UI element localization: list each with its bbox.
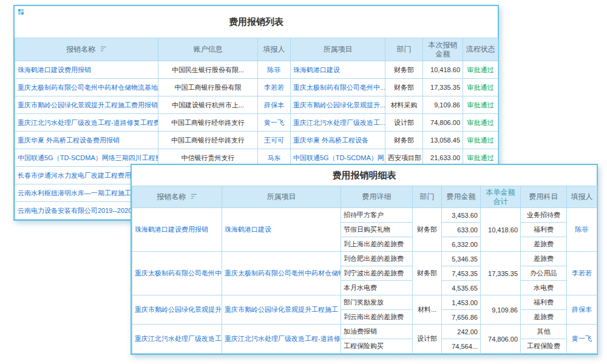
filler-link[interactable]: 黄一飞: [572, 335, 592, 342]
total-cell: 17,335.35: [481, 252, 521, 295]
col-header-project: 所属项目: [222, 186, 341, 208]
amount-cell: 1,453.00: [442, 295, 481, 310]
amount-cell: 4,535.65: [442, 281, 481, 295]
project-link[interactable]: 珠海鹤港口建设: [225, 226, 271, 233]
amount-cell: 74,564...: [442, 339, 481, 354]
amount-cell: 242.00: [442, 325, 481, 339]
expense-detail-table: 报销名称 所属项目 费用详细 部门 费用金额 本单金额合计 费用科目 填报人 珠…: [132, 186, 597, 354]
amount-cell: 13,058.45: [423, 132, 463, 149]
col-header-amount: 费用金额: [442, 186, 481, 208]
amount-cell: 10,418.60: [423, 61, 463, 79]
project-link[interactable]: 重庆华夏 外高桥工程设备: [293, 136, 368, 144]
sort-icon[interactable]: [100, 46, 107, 52]
report-name-link[interactable]: 重庆太极制药有限公司亳州中药材...: [135, 269, 222, 277]
table-row: 重庆太极制药有限公司亳州中药材仓储物流基地项... 中国工商银行股份有限 李若若…: [15, 79, 498, 96]
status-link[interactable]: 审批通过: [467, 154, 494, 161]
table-row: 重庆江北污水处理厂级改造工程-... 重庆江北污水处理厂级改造工程-道路修复工.…: [132, 325, 597, 339]
project-link[interactable]: 重庆市鹅岭公园绿化景观提升...: [293, 101, 385, 109]
amount-cell: 17,335.35: [423, 79, 463, 96]
report-name-link[interactable]: 重庆市鹅岭公园绿化景观提升工程...: [135, 306, 222, 313]
dept-cell: 财务部: [385, 79, 423, 96]
table-row: 重庆市鹅岭公园绿化景观提升工程施工费用报销 中国建设银行杭州市上... 薛保丰 …: [15, 96, 498, 114]
expense-detail-cell: 本月水电费: [341, 281, 413, 295]
project-link[interactable]: 重庆太极制药有限公司亳州中药材仓储物流...: [225, 269, 341, 277]
project-link[interactable]: 中国联通5G（TD-SCDMA）网...: [293, 154, 385, 161]
table-row: 重庆太极制药有限公司亳州中药材... 重庆太极制药有限公司亳州中药材仓储物流..…: [132, 252, 597, 266]
category-cell: 福利费: [521, 295, 567, 310]
table-row: 重庆江北污水处理厂级改造工程-道路修复工程费用... 中国工商银行经华路支行 黄…: [15, 114, 498, 132]
filler-link[interactable]: 李若若: [264, 84, 284, 91]
status-link[interactable]: 审批通过: [467, 101, 494, 109]
report-name-link[interactable]: 重庆华夏 外高桥工程设备费用报销: [18, 136, 120, 144]
col-header-filler: 填报人: [567, 186, 597, 208]
dept-cell: 材料...: [413, 295, 442, 325]
status-link[interactable]: 审批通过: [467, 84, 494, 91]
col-header-dept: 部门: [413, 186, 442, 208]
filler-link[interactable]: 薛保丰: [572, 306, 592, 313]
report-name-link[interactable]: 重庆江北污水处理厂级改造工程-道路修复工程费用...: [18, 119, 158, 126]
amount-cell: 74,806.00: [423, 114, 463, 132]
expense-detail-cell: 部门奖励发放: [341, 295, 413, 310]
report-name-link[interactable]: 中国联通5G（TD-SCDMA）网络三期四川工程费...: [18, 154, 158, 161]
sort-icon[interactable]: [191, 193, 197, 200]
filler-link[interactable]: 王可可: [264, 136, 284, 144]
dept-cell: 设计部: [413, 325, 442, 354]
report-name-link[interactable]: 云南水利枢纽潜明水库—一期工程施工标: [18, 189, 138, 197]
filler-link[interactable]: 陈菲: [268, 66, 281, 73]
expense-detail-cell: 到宁波出差的差旅费: [341, 266, 413, 281]
detail-header-row: 报销名称 所属项目 费用详细 部门 费用金额 本单金额合计 费用科目 填报人: [132, 186, 597, 208]
report-name-link[interactable]: 珠海鹤港口建设费用报销: [135, 226, 208, 233]
col-header-filler: 填报人: [258, 38, 291, 61]
list-window-title: 费用报销列表: [15, 6, 498, 38]
dept-cell: 财务部: [385, 61, 423, 79]
filler-link[interactable]: 薛保丰: [264, 101, 284, 109]
filler-link[interactable]: 陈菲: [575, 226, 589, 233]
expense-detail-window: 费用报销明细表 报销名称 所属项目 费用详细 部门 费用金额 本单金额合计 费用…: [131, 164, 598, 355]
table-row: 重庆华夏 外高桥工程设备费用报销 中国工商银行经华路支行 王可可 重庆华夏 外高…: [15, 132, 498, 149]
filler-link[interactable]: 马东: [268, 154, 281, 161]
col-header-report-name-label: 报销名称: [66, 45, 95, 53]
project-link[interactable]: 重庆太极制药有限公司亳州中...: [293, 84, 385, 91]
amount-cell: 5,346.35: [442, 252, 481, 266]
col-header-status: 流程状态: [463, 38, 498, 61]
category-cell: 其他: [521, 325, 567, 339]
col-header-category: 费用科目: [521, 186, 567, 208]
category-cell: 业务招待费: [521, 208, 567, 223]
dept-cell: 财务部: [413, 252, 442, 295]
total-cell: 10,418.60: [481, 208, 521, 252]
report-name-link[interactable]: 云南电力设备安装有限公司2019--2020年: [18, 207, 138, 214]
col-header-amount: 本次报销金额: [423, 38, 463, 61]
expense-detail-cell: 节假日购买礼物: [341, 223, 413, 237]
project-link[interactable]: 重庆江北污水处理厂级改造工...: [293, 119, 385, 126]
project-link[interactable]: 重庆市鹅岭公园绿化景观提升工程施工: [225, 306, 338, 313]
category-cell: 办公用品: [521, 266, 567, 281]
status-link[interactable]: 审批通过: [467, 119, 494, 126]
col-header-expense-detail: 费用详细: [341, 186, 413, 208]
col-header-report-name-label: 报销名称: [157, 192, 186, 201]
report-name-link[interactable]: 珠海鹤港口建设费用报销: [18, 66, 91, 73]
category-cell: 福利费: [521, 223, 567, 237]
dept-cell: 材料采购: [385, 96, 423, 114]
report-name-link[interactable]: 重庆太极制药有限公司亳州中药材仓储物流基地项...: [18, 84, 158, 91]
category-cell: 水电费: [521, 281, 567, 295]
total-cell: 74,806.00: [481, 325, 521, 354]
amount-cell: 6,332.00: [442, 237, 481, 252]
status-link[interactable]: 审批通过: [467, 136, 494, 144]
project-link[interactable]: 重庆江北污水处理厂级改造工程-道路修复工...: [225, 335, 341, 342]
detail-window-title: 费用报销明细表: [132, 165, 597, 186]
report-name-link[interactable]: 长春市伊通河水力发电厂改建工程费用报销: [18, 172, 144, 179]
expense-detail-cell: 招待甲方客户: [341, 208, 413, 223]
dept-cell: 设计部: [385, 114, 423, 132]
category-cell: 差旅费: [521, 237, 567, 252]
project-link[interactable]: 珠海鹤港口建设: [293, 66, 340, 73]
report-name-link[interactable]: 重庆市鹅岭公园绿化景观提升工程施工费用报销: [18, 101, 158, 109]
expense-detail-cell: 工程保险购买: [341, 339, 413, 354]
filler-link[interactable]: 黄一飞: [264, 119, 284, 126]
filler-link[interactable]: 李若若: [572, 269, 592, 277]
dept-cell: 财务部: [385, 132, 423, 149]
col-header-report-name: 报销名称: [132, 186, 222, 208]
status-link[interactable]: 审批通过: [467, 66, 494, 73]
amount-cell: 633.00: [442, 223, 481, 237]
report-name-link[interactable]: 重庆江北污水处理厂级改造工程-...: [135, 335, 222, 342]
expense-detail-cell: 加油费报销: [341, 325, 413, 339]
